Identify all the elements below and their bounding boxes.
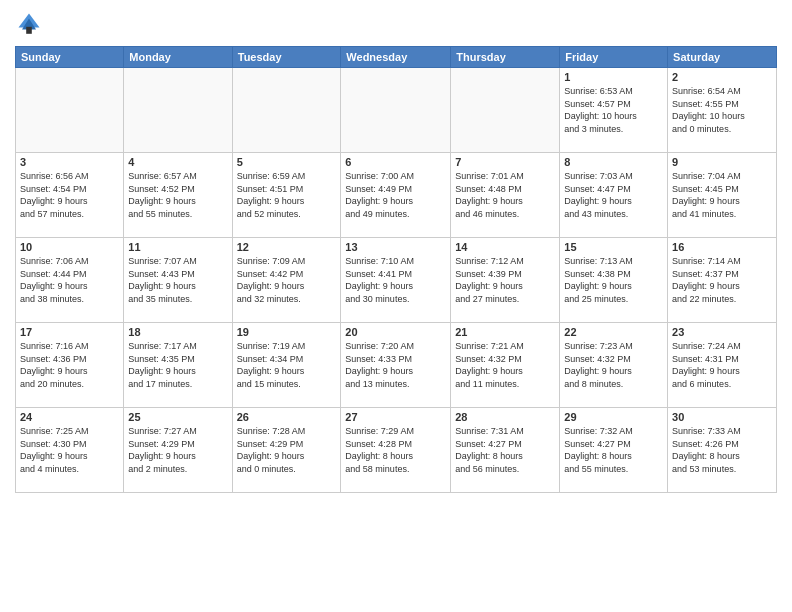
day-header-sunday: Sunday xyxy=(16,47,124,68)
day-cell: 22Sunrise: 7:23 AM Sunset: 4:32 PM Dayli… xyxy=(560,323,668,408)
svg-rect-2 xyxy=(26,27,32,34)
day-number: 3 xyxy=(20,156,119,168)
day-info: Sunrise: 7:17 AM Sunset: 4:35 PM Dayligh… xyxy=(128,340,227,390)
day-cell: 30Sunrise: 7:33 AM Sunset: 4:26 PM Dayli… xyxy=(668,408,777,493)
day-cell: 11Sunrise: 7:07 AM Sunset: 4:43 PM Dayli… xyxy=(124,238,232,323)
day-number: 24 xyxy=(20,411,119,423)
week-row-3: 10Sunrise: 7:06 AM Sunset: 4:44 PM Dayli… xyxy=(16,238,777,323)
week-row-5: 24Sunrise: 7:25 AM Sunset: 4:30 PM Dayli… xyxy=(16,408,777,493)
day-number: 21 xyxy=(455,326,555,338)
day-cell: 12Sunrise: 7:09 AM Sunset: 4:42 PM Dayli… xyxy=(232,238,341,323)
day-cell xyxy=(124,68,232,153)
day-info: Sunrise: 7:33 AM Sunset: 4:26 PM Dayligh… xyxy=(672,425,772,475)
day-info: Sunrise: 6:57 AM Sunset: 4:52 PM Dayligh… xyxy=(128,170,227,220)
day-cell: 21Sunrise: 7:21 AM Sunset: 4:32 PM Dayli… xyxy=(451,323,560,408)
day-cell: 9Sunrise: 7:04 AM Sunset: 4:45 PM Daylig… xyxy=(668,153,777,238)
day-cell: 10Sunrise: 7:06 AM Sunset: 4:44 PM Dayli… xyxy=(16,238,124,323)
day-number: 4 xyxy=(128,156,227,168)
day-cell: 14Sunrise: 7:12 AM Sunset: 4:39 PM Dayli… xyxy=(451,238,560,323)
day-number: 6 xyxy=(345,156,446,168)
day-cell: 28Sunrise: 7:31 AM Sunset: 4:27 PM Dayli… xyxy=(451,408,560,493)
day-cell: 15Sunrise: 7:13 AM Sunset: 4:38 PM Dayli… xyxy=(560,238,668,323)
day-info: Sunrise: 7:32 AM Sunset: 4:27 PM Dayligh… xyxy=(564,425,663,475)
calendar-table: SundayMondayTuesdayWednesdayThursdayFrid… xyxy=(15,46,777,493)
day-info: Sunrise: 7:01 AM Sunset: 4:48 PM Dayligh… xyxy=(455,170,555,220)
day-cell: 27Sunrise: 7:29 AM Sunset: 4:28 PM Dayli… xyxy=(341,408,451,493)
day-cell xyxy=(16,68,124,153)
day-info: Sunrise: 7:19 AM Sunset: 4:34 PM Dayligh… xyxy=(237,340,337,390)
day-cell: 1Sunrise: 6:53 AM Sunset: 4:57 PM Daylig… xyxy=(560,68,668,153)
day-number: 12 xyxy=(237,241,337,253)
day-info: Sunrise: 7:27 AM Sunset: 4:29 PM Dayligh… xyxy=(128,425,227,475)
day-number: 15 xyxy=(564,241,663,253)
day-cell: 23Sunrise: 7:24 AM Sunset: 4:31 PM Dayli… xyxy=(668,323,777,408)
day-cell: 17Sunrise: 7:16 AM Sunset: 4:36 PM Dayli… xyxy=(16,323,124,408)
day-cell xyxy=(232,68,341,153)
day-cell: 4Sunrise: 6:57 AM Sunset: 4:52 PM Daylig… xyxy=(124,153,232,238)
day-info: Sunrise: 6:53 AM Sunset: 4:57 PM Dayligh… xyxy=(564,85,663,135)
day-cell: 5Sunrise: 6:59 AM Sunset: 4:51 PM Daylig… xyxy=(232,153,341,238)
day-number: 23 xyxy=(672,326,772,338)
day-info: Sunrise: 7:03 AM Sunset: 4:47 PM Dayligh… xyxy=(564,170,663,220)
day-info: Sunrise: 7:00 AM Sunset: 4:49 PM Dayligh… xyxy=(345,170,446,220)
day-info: Sunrise: 7:10 AM Sunset: 4:41 PM Dayligh… xyxy=(345,255,446,305)
day-number: 9 xyxy=(672,156,772,168)
day-number: 14 xyxy=(455,241,555,253)
day-number: 16 xyxy=(672,241,772,253)
day-header-friday: Friday xyxy=(560,47,668,68)
day-number: 18 xyxy=(128,326,227,338)
day-info: Sunrise: 7:29 AM Sunset: 4:28 PM Dayligh… xyxy=(345,425,446,475)
day-cell: 24Sunrise: 7:25 AM Sunset: 4:30 PM Dayli… xyxy=(16,408,124,493)
day-number: 26 xyxy=(237,411,337,423)
day-number: 25 xyxy=(128,411,227,423)
day-cell: 25Sunrise: 7:27 AM Sunset: 4:29 PM Dayli… xyxy=(124,408,232,493)
day-info: Sunrise: 7:13 AM Sunset: 4:38 PM Dayligh… xyxy=(564,255,663,305)
day-number: 19 xyxy=(237,326,337,338)
day-cell: 8Sunrise: 7:03 AM Sunset: 4:47 PM Daylig… xyxy=(560,153,668,238)
day-number: 2 xyxy=(672,71,772,83)
day-info: Sunrise: 6:54 AM Sunset: 4:55 PM Dayligh… xyxy=(672,85,772,135)
day-cell: 6Sunrise: 7:00 AM Sunset: 4:49 PM Daylig… xyxy=(341,153,451,238)
day-number: 27 xyxy=(345,411,446,423)
day-info: Sunrise: 7:12 AM Sunset: 4:39 PM Dayligh… xyxy=(455,255,555,305)
day-cell xyxy=(341,68,451,153)
day-header-thursday: Thursday xyxy=(451,47,560,68)
day-cell xyxy=(451,68,560,153)
day-info: Sunrise: 7:16 AM Sunset: 4:36 PM Dayligh… xyxy=(20,340,119,390)
day-number: 29 xyxy=(564,411,663,423)
day-info: Sunrise: 7:07 AM Sunset: 4:43 PM Dayligh… xyxy=(128,255,227,305)
day-info: Sunrise: 7:24 AM Sunset: 4:31 PM Dayligh… xyxy=(672,340,772,390)
day-number: 8 xyxy=(564,156,663,168)
day-info: Sunrise: 7:06 AM Sunset: 4:44 PM Dayligh… xyxy=(20,255,119,305)
day-header-monday: Monday xyxy=(124,47,232,68)
header-row: SundayMondayTuesdayWednesdayThursdayFrid… xyxy=(16,47,777,68)
day-cell: 19Sunrise: 7:19 AM Sunset: 4:34 PM Dayli… xyxy=(232,323,341,408)
day-cell: 18Sunrise: 7:17 AM Sunset: 4:35 PM Dayli… xyxy=(124,323,232,408)
day-info: Sunrise: 6:56 AM Sunset: 4:54 PM Dayligh… xyxy=(20,170,119,220)
day-cell: 26Sunrise: 7:28 AM Sunset: 4:29 PM Dayli… xyxy=(232,408,341,493)
day-header-tuesday: Tuesday xyxy=(232,47,341,68)
header xyxy=(15,10,777,38)
day-info: Sunrise: 7:09 AM Sunset: 4:42 PM Dayligh… xyxy=(237,255,337,305)
day-header-wednesday: Wednesday xyxy=(341,47,451,68)
day-number: 7 xyxy=(455,156,555,168)
day-info: Sunrise: 7:21 AM Sunset: 4:32 PM Dayligh… xyxy=(455,340,555,390)
day-cell: 20Sunrise: 7:20 AM Sunset: 4:33 PM Dayli… xyxy=(341,323,451,408)
day-info: Sunrise: 7:04 AM Sunset: 4:45 PM Dayligh… xyxy=(672,170,772,220)
day-number: 22 xyxy=(564,326,663,338)
day-cell: 2Sunrise: 6:54 AM Sunset: 4:55 PM Daylig… xyxy=(668,68,777,153)
day-number: 30 xyxy=(672,411,772,423)
day-info: Sunrise: 7:23 AM Sunset: 4:32 PM Dayligh… xyxy=(564,340,663,390)
day-number: 17 xyxy=(20,326,119,338)
week-row-4: 17Sunrise: 7:16 AM Sunset: 4:36 PM Dayli… xyxy=(16,323,777,408)
day-info: Sunrise: 6:59 AM Sunset: 4:51 PM Dayligh… xyxy=(237,170,337,220)
day-header-saturday: Saturday xyxy=(668,47,777,68)
day-info: Sunrise: 7:31 AM Sunset: 4:27 PM Dayligh… xyxy=(455,425,555,475)
day-number: 1 xyxy=(564,71,663,83)
logo xyxy=(15,10,47,38)
day-cell: 13Sunrise: 7:10 AM Sunset: 4:41 PM Dayli… xyxy=(341,238,451,323)
day-info: Sunrise: 7:14 AM Sunset: 4:37 PM Dayligh… xyxy=(672,255,772,305)
day-cell: 7Sunrise: 7:01 AM Sunset: 4:48 PM Daylig… xyxy=(451,153,560,238)
day-number: 13 xyxy=(345,241,446,253)
week-row-1: 1Sunrise: 6:53 AM Sunset: 4:57 PM Daylig… xyxy=(16,68,777,153)
